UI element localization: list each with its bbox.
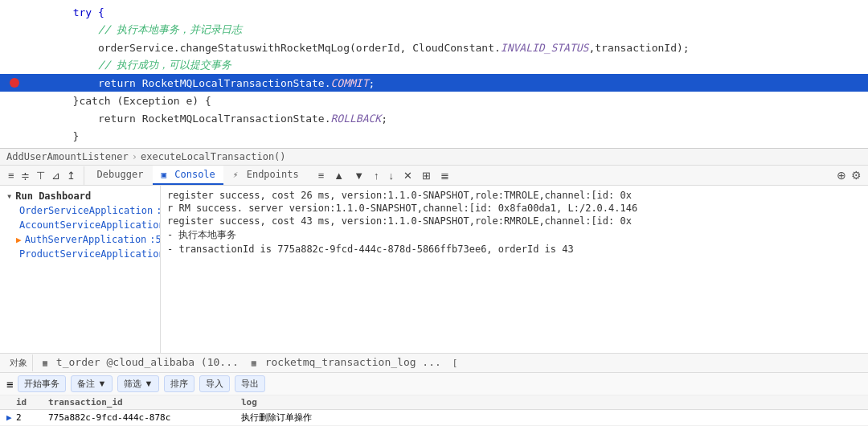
tab-debugger[interactable]: Debugger [89, 166, 152, 185]
code-editor: try { // 执行本地事务，并记录日志 orderService.chang… [0, 0, 868, 149]
db-tab-order-label: t_order @cloud_alibaba (10... [56, 356, 239, 368]
tab-debugger-label: Debugger [97, 169, 144, 180]
db-panel: 对象 ▦ t_order @cloud_alibaba (10... ▦ roc… [0, 353, 868, 426]
services-panel: ▾ Run Dashboard OrderServiceApplication … [0, 186, 161, 353]
db-tab-rocketmq[interactable]: ▦ rocketmq_transaction_log ... [245, 354, 448, 372]
gear-icon[interactable]: ⚙ [851, 169, 862, 182]
db-header-arrow [6, 397, 16, 408]
code-line-4: // 执行成功，可以提交事务 [0, 56, 868, 74]
console-area: register success, cost 26 ms, version:1.… [161, 186, 868, 353]
code-line-2: // 执行本地事务，并记录日志 [0, 21, 868, 39]
filter-button[interactable]: ⊤ [33, 168, 48, 183]
console-log[interactable]: register success, cost 26 ms, version:1.… [161, 186, 868, 353]
breakpoint-5 [6, 78, 23, 88]
add-button[interactable]: ↥ [63, 168, 79, 183]
code-line-1: try { [0, 3, 868, 21]
run-button[interactable]: ≡ [5, 168, 18, 183]
service-account[interactable]: AccountServiceApplication :8010/ [0, 218, 160, 232]
table-row[interactable]: ▶ 2 775a882c-9fcd-444c-878c 执行删除订单操作 [0, 410, 868, 426]
log-line-5: - transactionId is 775a882c-9fcd-444c-87… [167, 243, 862, 256]
scroll-down-btn[interactable]: ▼ [350, 168, 367, 183]
grid-btn[interactable]: ⊞ [419, 168, 434, 183]
service-auth[interactable]: ▶ AuthServerApplication :5000/ [0, 232, 160, 247]
scroll-up2-btn[interactable]: ↑ [371, 168, 383, 183]
tab-endpoints[interactable]: ⚡ Endpoints [225, 166, 307, 185]
panel-icons: ⊕ ⚙ [837, 169, 868, 182]
db-tab-extra: [ [448, 355, 463, 371]
filter2-btn[interactable]: ✕ [400, 168, 416, 183]
tab-console[interactable]: ▣ Console [153, 166, 223, 185]
log-line-3: register success, cost 43 ms, version:1.… [167, 215, 862, 227]
db-col-log: log [241, 397, 862, 408]
import-btn[interactable]: 导入 [199, 375, 230, 392]
db-tab-order[interactable]: ▦ t_order @cloud_alibaba (10... [36, 354, 245, 372]
table-icon-order: ▦ [43, 358, 47, 367]
scroll-up-btn[interactable]: ▲ [330, 168, 347, 183]
tab-bar: Debugger ▣ Console ⚡ Endpoints ≡ ▲ ▼ ↑ ↓… [84, 166, 837, 185]
clear-log-btn[interactable]: ≡ [315, 168, 328, 183]
table-icon-rocketmq: ▦ [252, 358, 256, 367]
panel-content: ▾ Run Dashboard OrderServiceApplication … [0, 186, 868, 353]
service-account-name: AccountServiceApplication [19, 219, 161, 231]
code-line-3: orderService.changeStatuswithRocketMqLog… [0, 39, 868, 56]
debug-toolbar: ≡ ≑ ⊤ ⊿ ↥ [0, 166, 84, 185]
start-transaction-btn[interactable]: 开始事务 [18, 375, 66, 392]
service-product[interactable]: ProductServiceApplication [0, 247, 160, 261]
db-table-header: id transaction_id log [0, 395, 868, 410]
db-col-tid: transaction_id [48, 397, 241, 408]
tab-endpoints-label: Endpoints [247, 169, 299, 180]
log-line-2: r RM success. server version:1.1.0-SNAPS… [167, 202, 862, 215]
log-line-1: register success, cost 26 ms, version:1.… [167, 189, 862, 202]
breadcrumb-sep: › [132, 151, 137, 162]
notes-btn[interactable]: 备注 ▼ [71, 375, 113, 392]
log-line-4: - 执行本地事务 [167, 227, 862, 243]
db-tab-rocketmq-label: rocketmq_transaction_log ... [265, 356, 441, 368]
service-auth-port: :5000/ [149, 234, 161, 245]
endpoints-icon: ⚡ [233, 170, 239, 180]
db-tab-row: 对象 ▦ t_order @cloud_alibaba (10... ▦ roc… [0, 354, 868, 373]
row-id: 2 [16, 412, 48, 423]
settings-icon[interactable]: ⊕ [837, 169, 846, 182]
wind-button[interactable]: ⊿ [48, 168, 63, 183]
row-arrow: ▶ [6, 412, 16, 423]
log-toolbar: ≡ ▲ ▼ ↑ ↓ ✕ ⊞ ≣ [315, 168, 452, 183]
code-line-6: }catch (Exception e) { [0, 92, 868, 109]
db-toolbar: ≡ 开始事务 备注 ▼ 筛选 ▼ 排序 导入 导出 [0, 373, 868, 395]
objects-label: 对象 [5, 354, 33, 371]
chevron-down-icon: ▾ [6, 190, 12, 202]
step-button[interactable]: ≑ [18, 168, 33, 183]
filter-btn[interactable]: 筛选 ▼ [117, 375, 159, 392]
bottom-panel: ≡ ≑ ⊤ ⊿ ↥ Debugger ▣ Console ⚡ Endpoints… [0, 166, 868, 426]
service-order-name: OrderServiceApplication [19, 205, 153, 216]
code-line-7: return RocketMQLocalTransactionState.ROL… [0, 109, 868, 127]
db-col-id: id [16, 397, 48, 408]
service-product-name: ProductServiceApplication [19, 248, 161, 260]
tab-console-label: Console [174, 169, 215, 180]
code-line-5-highlighted: return RocketMQLocalTransactionState.COM… [0, 74, 868, 92]
breadcrumb-class: AddUserAmountListener [6, 151, 129, 162]
scroll-down2-btn[interactable]: ↓ [386, 168, 398, 183]
breadcrumb: AddUserAmountListener › executeLocalTran… [0, 149, 868, 166]
services-title-text: Run Dashboard [15, 190, 91, 202]
service-status-icon-auth: ▶ [16, 235, 22, 245]
code-line-8: } [0, 127, 868, 145]
row-tid: 775a882c-9fcd-444c-878c [48, 412, 241, 423]
sort-btn[interactable]: 排序 [164, 375, 194, 392]
service-order[interactable]: OrderServiceApplication :8020/ [0, 203, 160, 218]
service-auth-name: AuthServerApplication [25, 234, 147, 245]
db-menu-icon[interactable]: ≡ [6, 378, 13, 391]
run-dashboard-title: ▾ Run Dashboard [0, 189, 160, 203]
export-btn[interactable]: 导出 [235, 375, 265, 392]
row-log: 执行删除订单操作 [241, 412, 862, 424]
breadcrumb-method: executeLocalTransaction() [141, 151, 286, 162]
console-icon: ▣ [161, 170, 166, 180]
lines-btn[interactable]: ≣ [437, 168, 452, 183]
